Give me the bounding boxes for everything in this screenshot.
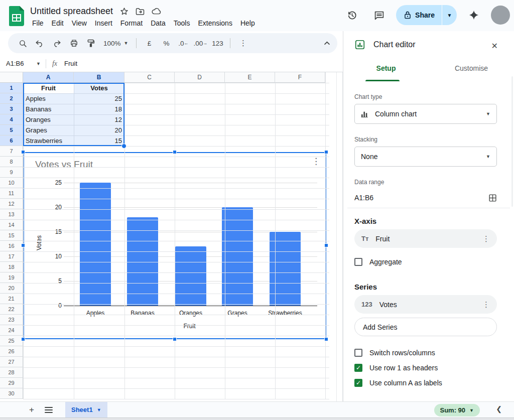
increase-decimal-button[interactable]: .00→ bbox=[193, 36, 208, 51]
sheet-tab-sheet1[interactable]: Sheet1 ▼ bbox=[65, 402, 107, 418]
row-header-29[interactable]: 29 bbox=[0, 378, 23, 388]
menu-data[interactable]: Data bbox=[147, 18, 170, 28]
row-header-12[interactable]: 12 bbox=[0, 199, 23, 209]
row-header-1[interactable]: 1 bbox=[0, 83, 23, 93]
bar-apples[interactable] bbox=[80, 183, 111, 306]
menu-view[interactable]: View bbox=[68, 18, 91, 28]
row-header-30[interactable]: 30 bbox=[0, 388, 23, 399]
row-header-17[interactable]: 17 bbox=[0, 251, 23, 262]
checkbox-row-use-row-1-as-headers[interactable]: ✓Use row 1 as headers bbox=[354, 362, 438, 373]
x-axis-field[interactable]: Tᴛ Fruit ⋮ bbox=[354, 229, 497, 248]
chart-resize-handle-4[interactable] bbox=[324, 243, 328, 247]
bar-oranges[interactable] bbox=[175, 246, 206, 306]
select-all-corner[interactable] bbox=[0, 72, 23, 83]
row-header-10[interactable]: 10 bbox=[0, 178, 23, 188]
menu-file[interactable]: File bbox=[28, 18, 48, 28]
select-data-range-icon[interactable] bbox=[488, 194, 497, 202]
x-axis-menu-icon[interactable]: ⋮ bbox=[482, 234, 490, 243]
share-button[interactable]: Share ▼ bbox=[396, 5, 457, 25]
formula-input[interactable]: Fruit bbox=[64, 60, 77, 67]
move-to-folder-icon[interactable] bbox=[136, 8, 145, 16]
row-header-9[interactable]: 9 bbox=[0, 167, 23, 178]
menu-format[interactable]: Format bbox=[116, 18, 147, 28]
row-header-8[interactable]: 8 bbox=[0, 157, 23, 167]
comment-icon[interactable] bbox=[369, 5, 389, 25]
row-header-6[interactable]: 6 bbox=[0, 135, 23, 146]
chart-type-select[interactable]: Column chart ▼ bbox=[354, 104, 497, 124]
row-header-27[interactable]: 27 bbox=[0, 357, 23, 367]
account-avatar[interactable] bbox=[491, 6, 510, 25]
more-options-icon[interactable]: ⋮ bbox=[235, 36, 250, 51]
row-header-14[interactable]: 14 bbox=[0, 220, 23, 230]
collapse-toolbar-icon[interactable] bbox=[324, 41, 330, 45]
share-dropdown-caret[interactable]: ▼ bbox=[442, 5, 457, 25]
star-icon[interactable] bbox=[120, 7, 128, 16]
row-header-28[interactable]: 28 bbox=[0, 367, 23, 378]
chart-resize-handle-2[interactable] bbox=[324, 150, 328, 154]
chart-resize-handle-1[interactable] bbox=[173, 150, 177, 154]
menu-help[interactable]: Help bbox=[236, 18, 259, 28]
series-menu-icon[interactable]: ⋮ bbox=[482, 300, 490, 309]
data-range-field[interactable]: A1:B6 bbox=[354, 190, 497, 206]
add-series-button[interactable]: Add Series bbox=[354, 318, 497, 336]
format-percent-button[interactable]: % bbox=[159, 36, 174, 51]
sheets-logo-icon[interactable] bbox=[9, 6, 26, 27]
col-header-c[interactable]: C bbox=[124, 72, 175, 83]
row-header-15[interactable]: 15 bbox=[0, 230, 23, 241]
decrease-decimal-button[interactable]: .0← bbox=[176, 36, 191, 51]
paint-format-icon[interactable] bbox=[83, 36, 98, 51]
col-header-e[interactable]: E bbox=[225, 72, 275, 83]
row-header-16[interactable]: 16 bbox=[0, 241, 23, 251]
col-header-b[interactable]: B bbox=[74, 72, 124, 83]
gemini-sparkle-icon[interactable] bbox=[464, 5, 484, 25]
print-icon[interactable] bbox=[66, 36, 81, 51]
name-box[interactable]: A1:B6 bbox=[0, 60, 36, 67]
aggregate-checkbox[interactable] bbox=[354, 258, 362, 266]
row-header-18[interactable]: 18 bbox=[0, 262, 23, 272]
bar-grapes[interactable] bbox=[222, 207, 253, 306]
close-panel-icon[interactable]: ✕ bbox=[491, 41, 498, 51]
menu-insert[interactable]: Insert bbox=[91, 18, 116, 28]
checkbox-switch-rows-columns[interactable] bbox=[354, 349, 362, 357]
tab-customise[interactable]: Customise bbox=[429, 64, 514, 81]
panel-scrollbar[interactable] bbox=[511, 76, 513, 207]
sum-badge[interactable]: Sum: 90 ▼ bbox=[434, 404, 480, 416]
zoom-control[interactable]: 100% ▼ bbox=[100, 40, 131, 47]
row-header-11[interactable]: 11 bbox=[0, 188, 23, 199]
row-header-26[interactable]: 26 bbox=[0, 346, 23, 357]
series-field[interactable]: 123 Votes ⋮ bbox=[354, 295, 497, 314]
row-header-25[interactable]: 25 bbox=[0, 336, 23, 346]
checkbox-use-column-a-as-labels[interactable]: ✓ bbox=[354, 379, 362, 387]
format-currency-button[interactable]: £ bbox=[142, 36, 157, 51]
redo-icon[interactable] bbox=[49, 36, 64, 51]
bar-strawberries[interactable] bbox=[270, 232, 301, 306]
chart-resize-handle-6[interactable] bbox=[173, 337, 177, 341]
row-header-21[interactable]: 21 bbox=[0, 294, 23, 304]
collapse-panel-chevron-icon[interactable]: ❮ bbox=[496, 405, 502, 413]
menu-extensions[interactable]: Extensions bbox=[194, 18, 236, 28]
checkbox-use-row-1-as-headers[interactable]: ✓ bbox=[354, 364, 362, 372]
checkbox-row-switch-rows-columns[interactable]: Switch rows/columns bbox=[354, 347, 435, 358]
row-header-5[interactable]: 5 bbox=[0, 125, 23, 135]
all-sheets-icon[interactable] bbox=[40, 403, 57, 417]
chart-resize-handle-7[interactable] bbox=[324, 337, 328, 341]
stacking-select[interactable]: None ▼ bbox=[354, 147, 497, 167]
grid-area[interactable]: Votes vs Fruit ⋮ Votes Fruit 0510152025A… bbox=[0, 72, 343, 401]
col-header-a[interactable]: A bbox=[23, 72, 74, 83]
add-sheet-icon[interactable]: + bbox=[23, 403, 40, 417]
row-header-3[interactable]: 3 bbox=[0, 104, 23, 114]
tab-setup[interactable]: Setup bbox=[343, 64, 429, 81]
version-history-icon[interactable] bbox=[342, 5, 362, 25]
col-header-d[interactable]: D bbox=[175, 72, 225, 83]
name-box-caret[interactable]: ▼ bbox=[36, 61, 41, 66]
undo-icon[interactable] bbox=[32, 36, 47, 51]
sheet-tab-caret[interactable]: ▼ bbox=[97, 407, 101, 412]
row-header-22[interactable]: 22 bbox=[0, 304, 23, 315]
number-format-button[interactable]: 123 bbox=[210, 36, 225, 51]
row-header-19[interactable]: 19 bbox=[0, 272, 23, 283]
chart-resize-handle-3[interactable] bbox=[21, 243, 25, 247]
document-title[interactable]: Untitled spreadsheet bbox=[30, 6, 113, 17]
menu-edit[interactable]: Edit bbox=[48, 18, 68, 28]
row-header-2[interactable]: 2 bbox=[0, 93, 23, 104]
search-icon[interactable] bbox=[15, 36, 30, 51]
